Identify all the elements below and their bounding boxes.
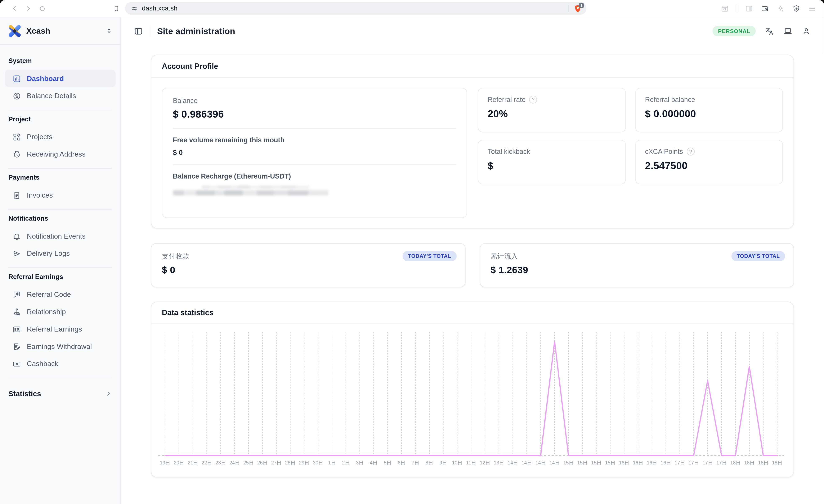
sidebar-item-receiving-address[interactable]: Receiving Address <box>5 145 116 163</box>
menu-icon[interactable] <box>808 4 816 12</box>
stat-value: 20% <box>488 108 615 120</box>
svg-text:16日: 16日 <box>619 460 629 466</box>
svg-text:14日: 14日 <box>521 460 532 466</box>
chevron-right-icon <box>105 390 112 397</box>
sidebar-item-label: Dashboard <box>27 75 64 83</box>
svg-text:21日: 21日 <box>188 460 198 466</box>
svg-text:24日: 24日 <box>229 460 240 466</box>
today-card-累计流入: 累计流入$ 1.2639TODAY'S TOTAL <box>480 243 794 287</box>
section-label-system: System <box>8 57 112 65</box>
sidebar-toggle-icon[interactable] <box>134 26 143 35</box>
svg-text:23日: 23日 <box>215 460 226 466</box>
brave-shield-icon[interactable]: 1 <box>573 4 582 13</box>
divider <box>569 5 569 12</box>
sidebar-item-label: Balance Details <box>27 92 76 100</box>
sidebar-item-balance-details[interactable]: Balance Details <box>5 87 116 105</box>
today-card-value: $ 0 <box>162 265 454 276</box>
bookmark-icon[interactable] <box>113 5 120 12</box>
panel-right-icon[interactable] <box>745 4 753 12</box>
dashboard-content: Account Profile Balance $ 0.986396 Free … <box>121 44 824 504</box>
svg-text:2日: 2日 <box>342 460 349 466</box>
data-statistics-card: Data statistics 19日20日21日22日23日24日25日26日… <box>151 302 794 478</box>
translate-icon[interactable] <box>765 26 774 35</box>
svg-text:15日: 15日 <box>563 460 574 466</box>
svg-text:18日: 18日 <box>758 460 768 466</box>
sidebar-item-label: Earnings Withdrawal <box>27 342 92 350</box>
svg-text:5日: 5日 <box>384 460 391 466</box>
sidebar-item-label: Statistics <box>8 389 41 398</box>
sidebar: Xcash SystemDashboardBalance DetailsProj… <box>0 17 121 504</box>
svg-text:20日: 20日 <box>174 460 184 466</box>
stat-label: Referral rate <box>488 96 525 104</box>
svg-text:3日: 3日 <box>356 460 364 466</box>
svg-text:30日: 30日 <box>313 460 323 466</box>
reload-icon[interactable] <box>39 5 46 12</box>
divider <box>8 110 112 110</box>
sidebar-item-statistics[interactable]: Statistics <box>5 384 116 403</box>
shield-wifi-icon[interactable] <box>792 4 800 12</box>
app-shell: Xcash SystemDashboardBalance DetailsProj… <box>0 17 824 504</box>
stat-card-referral-rate: Referral rate?20% <box>478 88 626 132</box>
page-header: Site administration PERSONAL <box>121 17 824 45</box>
balance-card: Balance $ 0.986396 Free volume remaining… <box>162 88 467 218</box>
svg-text:17日: 17日 <box>675 460 685 466</box>
dashboard-icon <box>13 74 21 83</box>
sidebar-item-notification-events[interactable]: Notification Events <box>5 227 116 245</box>
account-stats-grid: Referral rate?20%Referral balance$ 0.000… <box>478 88 783 218</box>
balance-label: Balance <box>173 97 456 105</box>
sidebar-item-label: Relationship <box>27 308 66 316</box>
browser-actions <box>721 4 824 12</box>
user-icon[interactable] <box>802 26 811 35</box>
svg-text:18日: 18日 <box>744 460 754 466</box>
svg-text:12日: 12日 <box>480 460 490 466</box>
stat-label: Referral balance <box>645 96 695 104</box>
receipt-icon <box>13 191 21 199</box>
sidebar-item-invoices[interactable]: Invoices <box>5 187 116 204</box>
help-icon[interactable]: ? <box>687 147 695 156</box>
stat-card-referral-balance: Referral balance$ 0.000000 <box>635 88 783 132</box>
sidebar-item-label: Invoices <box>27 191 53 199</box>
sidebar-item-relationship[interactable]: Relationship <box>5 303 116 320</box>
sidebar-nav: SystemDashboardBalance DetailsProjectPro… <box>0 44 120 504</box>
stat-card-cxca-points: cXCA Points?2.547500 <box>635 140 783 184</box>
file-pen-icon <box>13 342 21 350</box>
chevrons-up-down-icon[interactable] <box>106 27 113 34</box>
section-label-project: Project <box>8 115 112 123</box>
sidebar-item-cashback[interactable]: Cashback <box>5 355 116 373</box>
sidebar-item-projects[interactable]: Projects <box>5 128 116 145</box>
sidebar-item-referral-earnings[interactable]: Referral Earnings <box>5 320 116 338</box>
personal-badge: PERSONAL <box>713 26 756 36</box>
site-settings-icon[interactable] <box>131 5 138 12</box>
free-volume-label: Free volume remaining this mouth <box>173 136 456 144</box>
svg-text:16日: 16日 <box>661 460 671 466</box>
sidebar-item-label: Referral Code <box>27 291 71 298</box>
svg-text:26日: 26日 <box>257 460 268 466</box>
sidebar-item-referral-code[interactable]: Referral Code <box>5 286 116 303</box>
balance-value: $ 0.986396 <box>173 109 456 120</box>
svg-text:15日: 15日 <box>591 460 602 466</box>
stat-value: $ <box>488 160 615 172</box>
svg-text:16日: 16日 <box>647 460 657 466</box>
wallet-icon[interactable] <box>761 4 769 12</box>
banknote-icon <box>13 360 21 368</box>
sidebar-item-earnings-withdrawal[interactable]: Earnings Withdrawal <box>5 338 116 355</box>
help-icon[interactable]: ? <box>529 96 537 104</box>
svg-text:14日: 14日 <box>508 460 518 466</box>
sidebar-item-label: Delivery Logs <box>27 249 70 258</box>
page-search-icon[interactable] <box>721 4 729 12</box>
sidebar-item-dashboard[interactable]: Dashboard <box>5 70 116 87</box>
sidebar-item-delivery-logs[interactable]: Delivery Logs <box>5 245 116 262</box>
svg-text:6日: 6日 <box>398 460 405 466</box>
laptop-icon[interactable] <box>784 26 792 35</box>
page-title: Site administration <box>157 26 235 36</box>
sidebar-item-label: Receiving Address <box>27 150 86 158</box>
divider <box>8 378 112 379</box>
browser-window: dash.xca.sh 1 <box>0 0 824 504</box>
todays-total-badge: TODAY'S TOTAL <box>731 251 785 261</box>
sparkle-icon[interactable] <box>777 4 785 12</box>
todays-total-badge: TODAY'S TOTAL <box>403 251 456 261</box>
workspace-switcher[interactable]: Xcash <box>0 17 120 45</box>
forward-icon[interactable] <box>25 5 31 11</box>
back-icon[interactable] <box>11 5 18 11</box>
address-bar[interactable]: dash.xca.sh 1 <box>125 2 586 15</box>
